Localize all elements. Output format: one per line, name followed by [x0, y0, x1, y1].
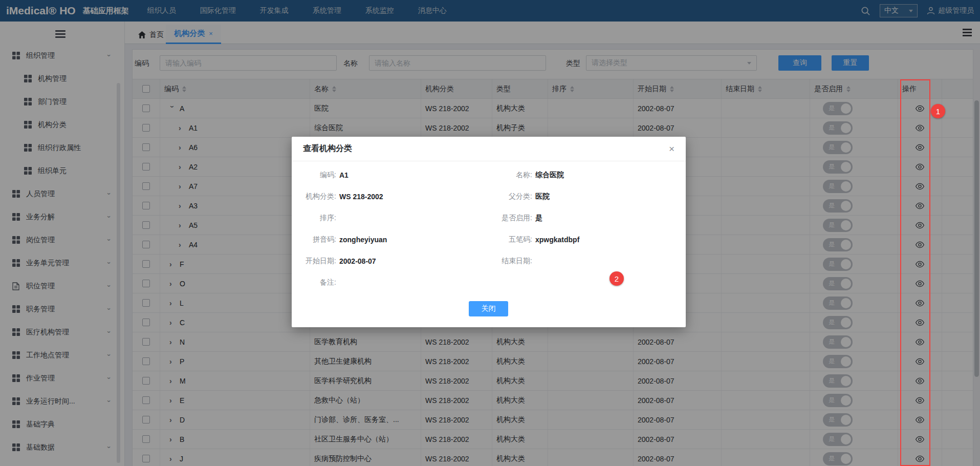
dialog-field-label: 备注: [293, 278, 336, 287]
dialog-fields-left: 编码:A1机构分类:WS 218-2002排序:拼音码:zongheyiyuan… [293, 164, 490, 293]
dialog-field-label: 拼音码: [293, 235, 336, 244]
dialog-field-value: xpwgkatdbpf [535, 236, 579, 244]
dialog-field: 拼音码:zongheyiyuan [293, 229, 490, 250]
dialog-field: 编码:A1 [293, 164, 490, 186]
dialog-field-label: 机构分类: [293, 192, 336, 201]
dialog-field: 是否启用:是 [489, 207, 686, 229]
dialog-field-value: A1 [339, 171, 349, 179]
dialog-field-label: 名称: [489, 171, 532, 180]
dialog-field: 开始日期:2002-08-07 [293, 250, 490, 272]
dialog-field: 机构分类:WS 218-2002 [293, 186, 490, 207]
dialog-field: 父分类:医院 [489, 186, 686, 207]
dialog-field-value: 综合医院 [535, 171, 564, 180]
dialog-field-label: 是否启用: [489, 214, 532, 223]
dialog-body: 编码:A1机构分类:WS 218-2002排序:拼音码:zongheyiyuan… [292, 161, 686, 164]
dialog-field: 五笔码:xpwgkatdbpf [489, 229, 686, 250]
dialog-field-label: 父分类: [489, 192, 532, 201]
dialog-field-value: WS 218-2002 [339, 193, 383, 201]
dialog-field-label: 编码: [293, 171, 336, 180]
dialog-field-label: 开始日期: [293, 257, 336, 266]
dialog-field: 结束日期: [489, 250, 686, 272]
dialog-fields-right: 名称:综合医院父分类:医院是否启用:是五笔码:xpwgkatdbpf结束日期: [489, 164, 686, 272]
view-org-classification-dialog: 查看机构分类 × 编码:A1机构分类:WS 218-2002排序:拼音码:zon… [292, 137, 686, 327]
annotation-badge-1: 1 [931, 104, 945, 118]
close-icon[interactable]: × [669, 144, 674, 154]
dialog-field-value: 医院 [535, 192, 550, 201]
dialog-close-button[interactable]: 关闭 [469, 301, 508, 316]
dialog-field-label: 排序: [293, 214, 336, 223]
dialog-field-value: 2002-08-07 [339, 257, 376, 265]
dialog-title: 查看机构分类 [303, 143, 352, 154]
dialog-field: 排序: [293, 207, 490, 229]
dialog-field: 备注: [293, 272, 490, 293]
dialog-field: 名称:综合医院 [489, 164, 686, 186]
annotation-badge-2: 2 [609, 271, 624, 286]
dialog-field-label: 五笔码: [489, 235, 532, 244]
dialog-field-label: 结束日期: [489, 257, 532, 266]
dialog-header: 查看机构分类 × [292, 137, 686, 161]
dialog-field-value: zongheyiyuan [339, 236, 387, 244]
dialog-field-value: 是 [535, 214, 542, 223]
